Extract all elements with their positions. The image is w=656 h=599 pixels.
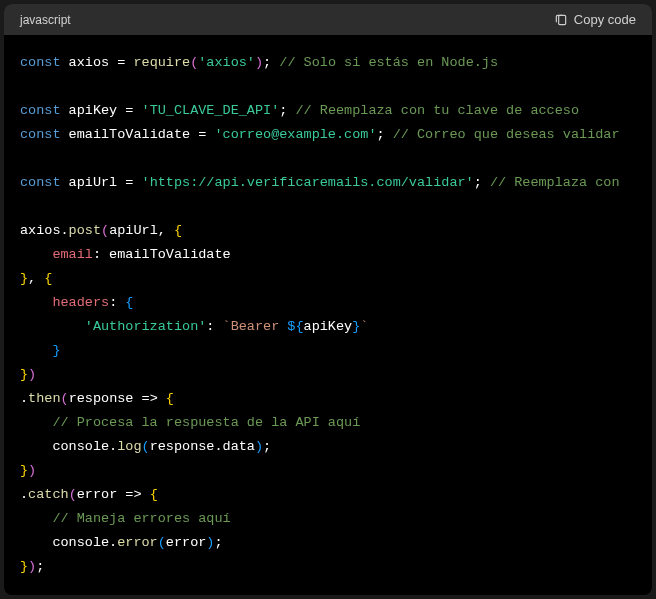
code-content[interactable]: const axios = require('axios'); // Solo … [4,35,652,590]
code-block: javascript Copy code const axios = requi… [4,4,652,595]
code-header: javascript Copy code [4,4,652,35]
clipboard-icon [554,13,568,27]
copy-code-label: Copy code [574,12,636,27]
copy-code-button[interactable]: Copy code [554,12,636,27]
language-label: javascript [20,13,71,27]
svg-rect-0 [559,15,566,24]
